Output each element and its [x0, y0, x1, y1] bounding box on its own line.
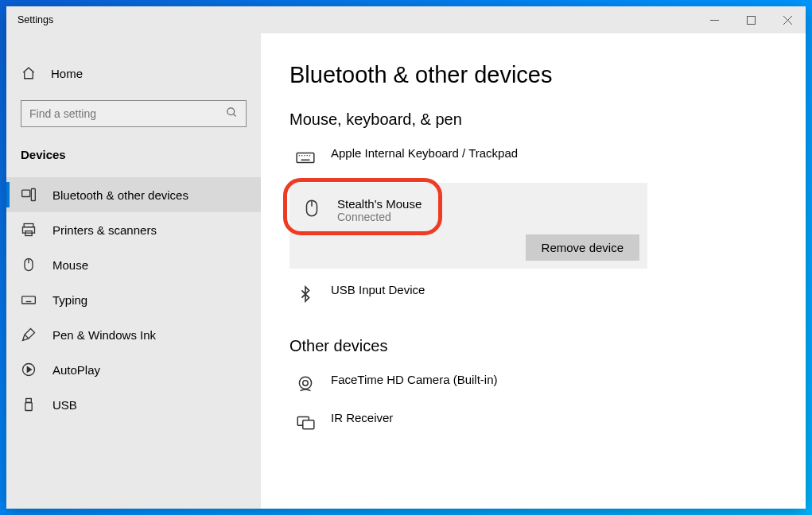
svg-rect-35 [303, 420, 314, 429]
device-ir-receiver[interactable]: IR Receiver [289, 403, 647, 441]
maximize-button[interactable] [732, 6, 769, 33]
device-apple-keyboard[interactable]: Apple Internal Keyboard / Trackpad [289, 138, 647, 176]
svg-rect-22 [25, 403, 32, 411]
device-name: IR Receiver [331, 411, 393, 424]
svg-line-5 [233, 114, 235, 116]
home-label: Home [51, 67, 83, 80]
sidebar-item-pen[interactable]: Pen & Windows Ink [6, 317, 261, 352]
device-generic-icon [294, 411, 317, 433]
devices-icon [21, 187, 37, 203]
page-title: Bluetooth & other devices [289, 62, 806, 88]
svg-point-4 [227, 108, 235, 115]
device-status: Connected [337, 211, 422, 223]
close-button[interactable] [769, 6, 806, 33]
svg-rect-1 [747, 16, 755, 24]
svg-rect-13 [22, 296, 36, 304]
sidebar-item-label: USB [52, 398, 77, 412]
home-link[interactable]: Home [6, 57, 261, 89]
sidebar-item-label: Typing [52, 293, 87, 307]
svg-rect-7 [31, 189, 35, 201]
sidebar-item-label: Pen & Windows Ink [52, 328, 156, 342]
sidebar-item-usb[interactable]: USB [6, 387, 261, 422]
svg-point-33 [303, 381, 309, 386]
section-title-mouse-keyboard-pen: Mouse, keyboard, & pen [289, 110, 806, 129]
bluetooth-icon [294, 283, 317, 305]
svg-rect-23 [297, 153, 314, 163]
sidebar-item-typing[interactable]: Typing [6, 282, 261, 317]
home-icon [21, 65, 37, 81]
camera-icon [294, 373, 317, 395]
search-box[interactable] [21, 100, 247, 127]
section-title-other-devices: Other devices [289, 337, 806, 355]
printer-icon [21, 222, 37, 238]
remove-device-button[interactable]: Remove device [526, 234, 639, 261]
device-stealth-mouse-card[interactable]: Stealth's Mouse Connected Remove device [289, 183, 647, 269]
sidebar: Home Devices Bluetooth & other devices [6, 33, 261, 509]
device-usb-input[interactable]: USB Input Device [289, 275, 647, 313]
sidebar-item-mouse[interactable]: Mouse [6, 247, 261, 282]
sidebar-item-label: Printers & scanners [52, 223, 157, 237]
search-input[interactable] [29, 107, 226, 120]
svg-rect-6 [22, 190, 30, 196]
sidebar-item-autoplay[interactable]: AutoPlay [6, 352, 261, 387]
main-content: Bluetooth & other devices Mouse, keyboar… [261, 33, 806, 509]
search-icon [226, 106, 238, 121]
mouse-icon [21, 257, 37, 273]
window-controls [696, 6, 806, 33]
keyboard-icon [294, 146, 317, 168]
svg-rect-21 [26, 399, 32, 403]
sidebar-item-label: Mouse [52, 258, 88, 272]
device-facetime-camera[interactable]: FaceTime HD Camera (Built-in) [289, 365, 647, 403]
sidebar-item-label: AutoPlay [52, 363, 100, 377]
device-name: Stealth's Mouse [337, 197, 422, 211]
sidebar-nav: Bluetooth & other devices Printers & sca… [6, 177, 261, 422]
sidebar-section-label: Devices [6, 134, 261, 169]
pen-icon [21, 327, 37, 343]
keyboard-icon [21, 292, 37, 308]
usb-icon [21, 397, 37, 412]
svg-line-19 [25, 335, 29, 339]
device-name: Apple Internal Keyboard / Trackpad [331, 146, 518, 160]
sidebar-item-bluetooth[interactable]: Bluetooth & other devices [6, 177, 261, 212]
device-name: FaceTime HD Camera (Built-in) [331, 373, 497, 386]
titlebar: Settings [6, 6, 806, 33]
minimize-button[interactable] [696, 6, 732, 33]
mouse-icon [301, 197, 323, 219]
window-title: Settings [17, 14, 53, 25]
autoplay-icon [21, 362, 37, 378]
svg-point-32 [299, 377, 311, 389]
device-name: USB Input Device [331, 283, 425, 296]
svg-rect-9 [23, 227, 35, 234]
sidebar-item-printers[interactable]: Printers & scanners [6, 212, 261, 247]
sidebar-item-label: Bluetooth & other devices [52, 188, 188, 202]
settings-window: Settings Home [6, 6, 806, 509]
